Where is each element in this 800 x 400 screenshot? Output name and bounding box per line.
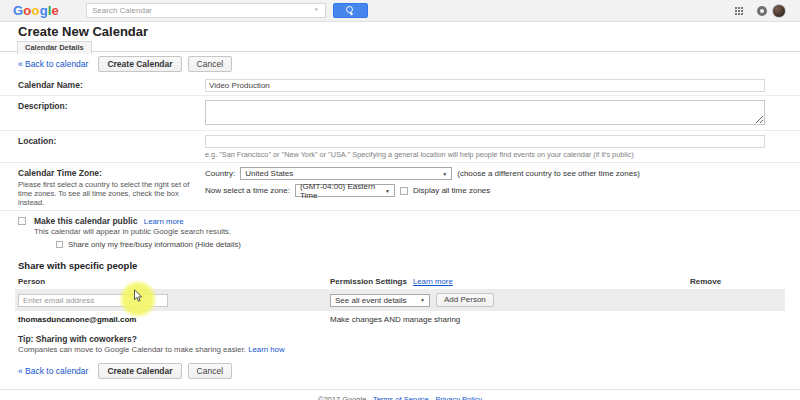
location-row: Location: e.g. "San Francisco" or "New Y… [0,131,800,163]
google-logo[interactable]: Google [13,3,59,18]
add-person-row: See all event details ▼ Add Person [15,289,785,311]
timezone-select-value: (GMT-04:00) Eastern Time [300,182,380,200]
public-calendar-section: Make this calendar public Learn more Thi… [0,211,800,254]
public-calendar-note: This calendar will appear in public Goog… [34,227,241,236]
footer: ©2017 Google - Terms of Service - Privac… [0,389,800,400]
tab-calendar-details[interactable]: Calendar Details [17,41,92,54]
location-input[interactable] [205,135,765,148]
create-calendar-button[interactable]: Create Calendar [98,56,181,72]
cancel-button[interactable]: Cancel [188,56,232,72]
calendar-name-input[interactable] [205,79,765,92]
share-section-title: Share with specific people [18,260,800,271]
timezone-row: Calendar Time Zone: Please first select … [0,163,800,211]
calendar-name-row: Calendar Name: [0,75,800,96]
calendar-name-label: Calendar Name: [0,77,205,92]
public-calendar-checkbox[interactable] [18,217,26,225]
create-calendar-button-bottom[interactable]: Create Calendar [98,363,181,379]
privacy-policy-link[interactable]: Privacy Policy [435,395,482,400]
terms-of-service-link[interactable]: Terms of Service [373,395,429,400]
share-table-header: Person Permission Settings Learn more Re… [15,275,785,289]
description-label: Description: [0,98,205,127]
bottom-action-row: « Back to calendar Create Calendar Cance… [0,359,800,382]
logo-letter: e [52,3,59,18]
timezone-note: Please first select a country to select … [18,180,199,207]
remove-column-header: Remove [690,277,785,286]
shared-person-email: thomasduncanone@gmail.com [15,315,330,324]
gear-icon[interactable] [757,6,767,16]
chevron-down-icon: ▼ [442,171,447,177]
tip-section: Tip: Sharing with coworkers? Companies c… [18,334,800,354]
top-action-row: « Back to calendar Create Calendar Cance… [0,52,800,75]
chevron-down-icon: ▼ [385,188,390,194]
description-row: Description: [0,96,800,131]
timezone-label-block: Calendar Time Zone: Please first select … [0,165,205,207]
display-all-timezones-checkbox[interactable] [400,187,408,195]
public-learn-more-link[interactable]: Learn more [144,217,184,226]
logo-letter: G [13,3,23,18]
email-input[interactable] [18,294,168,307]
freebusy-label: Share only my free/busy information (Hid… [68,240,241,249]
description-textarea[interactable] [205,100,765,125]
back-to-calendar-link-bottom[interactable]: « Back to calendar [18,366,88,376]
shared-person-row: thomasduncanone@gmail.com Make changes A… [15,311,785,326]
search-button[interactable] [333,3,368,18]
search-icon [346,6,355,15]
public-calendar-label: Make this calendar public [34,216,137,226]
share-table: Person Permission Settings Learn more Re… [15,275,785,326]
country-hint: (choose a different country to see other… [457,169,640,178]
timezone-select[interactable]: (GMT-04:00) Eastern Time ▼ [295,184,395,197]
logo-letter: o [31,3,39,18]
tip-text: Companies can move to Google Calendar to… [18,345,246,354]
tip-title: Tip: Sharing with coworkers? [18,334,800,344]
apps-grid-icon[interactable] [735,7,744,16]
freebusy-checkbox[interactable] [56,241,63,248]
permission-column-header: Permission Settings [330,277,407,286]
add-person-button[interactable]: Add Person [436,293,494,307]
location-hint: e.g. "San Francisco" or "New York" or "U… [205,150,765,159]
location-label: Location: [0,133,205,159]
display-all-timezones-label: Display all time zones [413,186,490,195]
page-title: Create New Calendar [18,25,800,39]
timezone-label: Calendar Time Zone: [18,168,199,178]
shared-person-permission: Make changes AND manage sharing [330,315,690,324]
timezone-select-label: Now select a time zone: [205,186,290,195]
logo-letter: g [40,3,48,18]
copyright-text: ©2017 Google [318,395,366,400]
permission-select[interactable]: See all event details ▼ [330,294,430,307]
tab-bar: Calendar Details [0,40,800,52]
cancel-button-bottom[interactable]: Cancel [188,363,232,379]
country-select-value: United States [245,169,293,178]
top-bar: Google ▼ [0,0,800,22]
permission-select-value: See all event details [335,296,407,305]
back-to-calendar-link[interactable]: « Back to calendar [18,59,88,69]
search-dropdown-arrow-icon[interactable]: ▼ [314,7,318,12]
country-select[interactable]: United States ▼ [240,167,452,180]
avatar[interactable] [772,4,786,18]
tip-learn-how-link[interactable]: Learn how [248,345,284,354]
person-column-header: Person [15,277,330,286]
country-label: Country: [205,169,235,178]
permission-learn-more-link[interactable]: Learn more [413,277,453,286]
search-input[interactable] [86,3,326,18]
chevron-down-icon: ▼ [420,297,425,303]
